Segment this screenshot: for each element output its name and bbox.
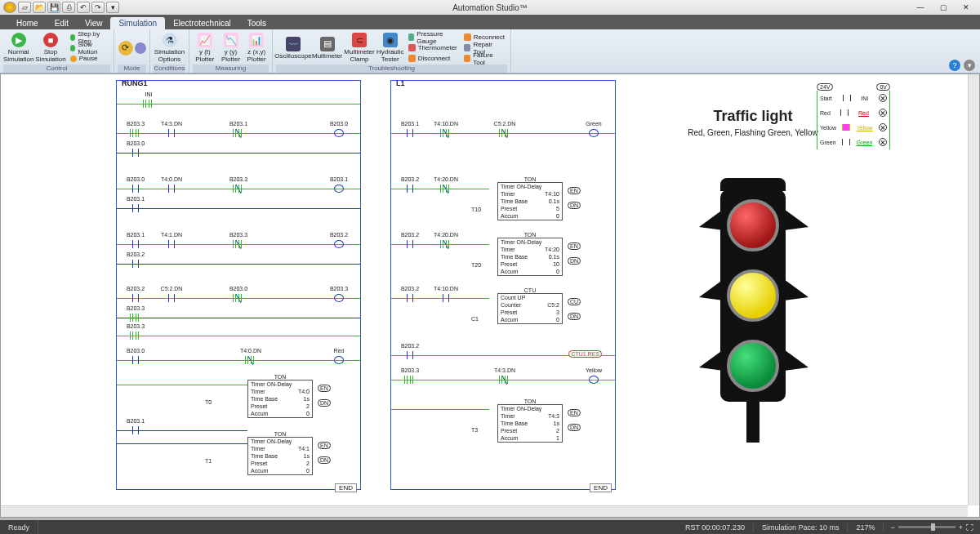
contact[interactable]: T4:0.DN <box>164 185 179 193</box>
contact[interactable]: T4:3.DN <box>164 129 179 137</box>
zxy-plotter-button[interactable]: 📊z (x,y) Plotter <box>244 33 269 64</box>
t20-label: T20 <box>471 262 481 268</box>
minimize-button[interactable]: — <box>911 2 929 13</box>
mode-button-1[interactable]: ⟳ <box>118 33 133 64</box>
contact-nc[interactable]: B203.3 <box>231 185 246 193</box>
contact-nc[interactable]: T4:10.DN <box>439 129 453 137</box>
qat-undo-icon[interactable]: ↶ <box>77 2 90 13</box>
close-button[interactable]: ✕ <box>957 2 975 13</box>
oscilloscope-button[interactable]: 〰Oscilloscope <box>276 33 310 64</box>
reconnect-icon <box>464 33 471 41</box>
contact[interactable]: B203.3 <box>128 129 143 137</box>
pause-button[interactable]: Pause <box>68 54 110 64</box>
contact[interactable]: B203.1 <box>403 129 417 137</box>
contact[interactable]: B203.0 <box>128 185 143 193</box>
zoom-fit-icon[interactable]: ⛶ <box>966 523 973 532</box>
mini-red-link[interactable]: Red <box>858 110 869 116</box>
qat-new-icon[interactable]: ▱ <box>18 2 31 13</box>
contact[interactable]: B203.0 <box>128 149 143 157</box>
contact[interactable]: B203.3 <box>128 314 143 322</box>
contact[interactable]: B203.1 <box>128 426 143 434</box>
coil-red[interactable]: Red <box>332 356 345 364</box>
thermometer-button[interactable]: Thermometer <box>406 43 460 53</box>
qat-open-icon[interactable]: 📂 <box>33 2 46 13</box>
contact[interactable]: B203.0 <box>128 356 143 364</box>
coil[interactable]: B203.2 <box>332 240 345 248</box>
block-ton-t0[interactable]: TON Timer ON-Delay TimerT4:0 Time Base1s… <box>247 380 313 418</box>
qat-more-icon[interactable]: ▾ <box>106 2 119 13</box>
contact-nc[interactable]: T4:3.DN <box>497 376 512 384</box>
app-logo-icon[interactable] <box>3 2 16 13</box>
contact-nc[interactable]: T4:20.DN <box>439 240 453 248</box>
contact[interactable]: B203.1 <box>128 204 143 212</box>
qat-redo-icon[interactable]: ↷ <box>91 2 105 13</box>
normal-simulation-button[interactable]: ▶ Normal Simulation <box>3 33 33 64</box>
help-button[interactable]: ? <box>949 60 960 71</box>
contact-icon <box>842 124 850 131</box>
contact-nc[interactable]: T4:0.DN <box>243 356 258 364</box>
block-ton-t10[interactable]: TON Timer ON-Delay TimerT4:10 Time Base0… <box>497 182 563 220</box>
block-ton-t3[interactable]: TON Timer ON-Delay TimerT4:3 Time Base1s… <box>497 404 563 443</box>
contact[interactable]: B203.2 <box>403 185 417 193</box>
contact[interactable]: B203.2 <box>403 240 417 248</box>
tab-electrotechnical[interactable]: Electrotechnical <box>165 17 239 29</box>
contact[interactable]: B203.2 <box>403 351 417 359</box>
maximize-button[interactable]: ▢ <box>934 2 952 13</box>
contact[interactable]: T4:10.DN <box>439 294 453 302</box>
contact-nc[interactable]: B203.3 <box>231 240 246 248</box>
tab-edit[interactable]: Edit <box>47 17 77 29</box>
vertical-scrollbar[interactable] <box>968 74 979 505</box>
qat-print-icon[interactable]: ⎙ <box>62 2 75 13</box>
plotter-icon-3: 📊 <box>249 33 264 47</box>
coil-yellow[interactable]: Yellow <box>587 376 600 384</box>
multimeter-clamp-button[interactable]: ⊂Multimeter Clamp <box>344 33 374 64</box>
block-ton-t1[interactable]: TON Timer ON-Delay TimerT4:1 Time Base1s… <box>247 437 313 475</box>
tab-home[interactable]: Home <box>8 17 47 29</box>
mini-green-link[interactable]: Green <box>857 140 872 145</box>
tab-view[interactable]: View <box>77 17 111 29</box>
coil-green[interactable]: Green <box>587 129 600 137</box>
contact[interactable]: B203.2 <box>403 294 417 302</box>
collapse-ribbon-button[interactable]: ▾ <box>964 60 975 71</box>
yt-plotter-button[interactable]: 📈y (t) Plotter <box>193 33 217 64</box>
block-ton-t20[interactable]: TON Timer ON-Delay TimerT4:20 Time Base0… <box>497 238 563 276</box>
zoom-out-icon[interactable]: − <box>890 523 894 532</box>
contact[interactable]: T4:1.DN <box>164 240 179 248</box>
coil[interactable]: B203.0 <box>332 129 345 137</box>
zoom-in-icon[interactable]: + <box>959 523 963 532</box>
contact[interactable]: B203.3 <box>403 376 417 384</box>
contact-nc[interactable]: B203.0 <box>231 294 246 302</box>
contact-nc[interactable]: T4:20.DN <box>439 185 453 193</box>
contact-ini[interactable]: INI <box>141 100 156 108</box>
mini-yellow-link[interactable]: Yellow <box>857 125 873 131</box>
multimeter-button[interactable]: ▤Multimeter <box>312 33 342 64</box>
lamp-icon <box>879 138 887 146</box>
tab-tools[interactable]: Tools <box>239 17 274 29</box>
contact[interactable]: B203.1 <box>128 240 143 248</box>
block-ctu-c1[interactable]: CTU Count UP CounterC5:2 Preset3 Accum0 <box>497 293 563 324</box>
tab-simulation[interactable]: Simulation <box>110 17 165 29</box>
contact-nc[interactable]: C5:2.DN <box>497 129 512 137</box>
contact-nc[interactable]: B203.1 <box>231 129 246 137</box>
yy-plotter-button[interactable]: 📉y (y) Plotter <box>219 33 243 64</box>
contact[interactable]: C5:2.DN <box>164 294 179 302</box>
contact[interactable]: B203.2 <box>128 294 143 302</box>
contact[interactable]: B203.2 <box>128 260 143 268</box>
stop-simulation-button[interactable]: ■ Stop Simulation <box>35 33 65 64</box>
zoom-slider[interactable]: − + ⛶ <box>884 523 980 532</box>
simulation-options-button[interactable]: ⚗ Simulation Options <box>154 33 185 64</box>
qat-save-icon[interactable]: 💾 <box>47 2 60 13</box>
failure-tool-button[interactable]: Failure Tool <box>461 54 507 64</box>
disconnect-button[interactable]: Disconnect <box>406 54 460 64</box>
coil[interactable]: B203.1 <box>332 185 345 193</box>
pressure-gauge-button[interactable]: Pressure Gauge <box>406 33 460 42</box>
slow-motion-button[interactable]: Slow Motion <box>68 43 110 53</box>
hydraulic-tester-button[interactable]: ◉Hydraulic Tester <box>376 33 404 64</box>
horizontal-scrollbar[interactable] <box>1 505 968 517</box>
mode-button-2[interactable] <box>135 33 146 64</box>
coil[interactable]: B203.3 <box>332 294 345 302</box>
ribbon-measuring-label: Measuring <box>193 65 269 73</box>
canvas[interactable]: RUNG1 END INI B203.3 T4:3.DN B203.1 B203… <box>2 75 967 505</box>
contact[interactable]: B203.3 <box>128 332 143 340</box>
clamp-icon: ⊂ <box>352 33 367 47</box>
